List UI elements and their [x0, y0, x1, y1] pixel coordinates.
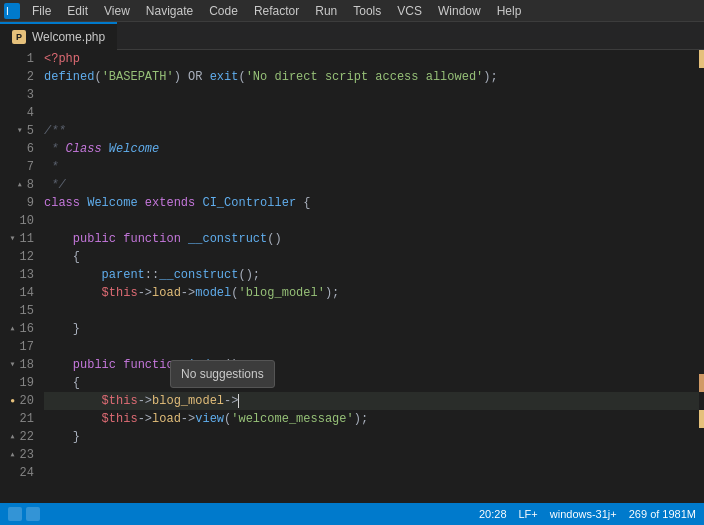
- autocomplete-tooltip: No suggestions: [170, 360, 275, 388]
- code-line-7: *: [44, 158, 704, 176]
- gutter-line-2: 2: [0, 68, 34, 86]
- gutter-line-22: ▴22: [0, 428, 34, 446]
- code-line-23: [44, 446, 704, 464]
- code-line-13: parent::__construct();: [44, 266, 704, 284]
- tab-filename: Welcome.php: [32, 30, 105, 44]
- gutter-line-13: 13: [0, 266, 34, 284]
- menu-help[interactable]: Help: [489, 0, 530, 22]
- tooltip-text: No suggestions: [181, 367, 264, 381]
- code-line-9: class Welcome extends CI_Controller {: [44, 194, 704, 212]
- gutter-line-10: 10: [0, 212, 34, 230]
- menu-vcs[interactable]: VCS: [389, 0, 430, 22]
- svg-rect-2: [8, 507, 22, 521]
- menu-refactor[interactable]: Refactor: [246, 0, 307, 22]
- menu-tools[interactable]: Tools: [345, 0, 389, 22]
- code-line-15: [44, 302, 704, 320]
- menu-edit[interactable]: Edit: [59, 0, 96, 22]
- gutter-line-8: ▴8: [0, 176, 34, 194]
- svg-rect-3: [26, 507, 40, 521]
- gutter-line-5: ▾5: [0, 122, 34, 140]
- gutter-line-18: ▾18: [0, 356, 34, 374]
- code-editor[interactable]: <?php defined('BASEPATH') OR exit('No di…: [40, 50, 704, 503]
- code-line-18: public function index(): [44, 356, 704, 374]
- code-line-8: */: [44, 176, 704, 194]
- menu-view[interactable]: View: [96, 0, 138, 22]
- code-line-19: {: [44, 374, 704, 392]
- gutter-line-24: 24: [0, 464, 34, 482]
- code-line-5: /**: [44, 122, 704, 140]
- code-line-4: [44, 104, 704, 122]
- code-line-2: defined('BASEPATH') OR exit('No direct s…: [44, 68, 704, 86]
- tab-welcome-php[interactable]: P Welcome.php: [0, 22, 117, 50]
- gutter-line-15: 15: [0, 302, 34, 320]
- editor-container: 1 2 3 4 ▾5 6 7 ▴8 9 10 ▾11 12 13 14 15 ▴…: [0, 50, 704, 503]
- menu-window[interactable]: Window: [430, 0, 489, 22]
- gutter-line-3: 3: [0, 86, 34, 104]
- code-line-22: }: [44, 428, 704, 446]
- gutter-line-17: 17: [0, 338, 34, 356]
- terminal-icon: [8, 507, 22, 521]
- gutter-line-21: 21: [0, 410, 34, 428]
- code-line-11: public function __construct(): [44, 230, 704, 248]
- gutter-line-11: ▾11: [0, 230, 34, 248]
- code-line-6: * Class Welcome: [44, 140, 704, 158]
- menu-bar: I File Edit View Navigate Code Refactor …: [0, 0, 704, 22]
- status-icons: [8, 507, 40, 521]
- gutter-line-16: ▴16: [0, 320, 34, 338]
- gutter-line-4: 4: [0, 104, 34, 122]
- menu-file[interactable]: File: [24, 0, 59, 22]
- line-number-gutter: 1 2 3 4 ▾5 6 7 ▴8 9 10 ▾11 12 13 14 15 ▴…: [0, 50, 40, 503]
- line-ending: LF+: [519, 508, 538, 520]
- gutter-line-6: 6: [0, 140, 34, 158]
- memory-usage: 269 of 1981M: [629, 508, 696, 520]
- code-line-12: {: [44, 248, 704, 266]
- gutter-line-9: 9: [0, 194, 34, 212]
- app-logo: I: [2, 1, 22, 21]
- gutter-line-14: 14: [0, 284, 34, 302]
- menu-navigate[interactable]: Navigate: [138, 0, 201, 22]
- code-line-14: $this->load->model('blog_model');: [44, 284, 704, 302]
- encoding: windows-31j+: [550, 508, 617, 520]
- code-line-16: }: [44, 320, 704, 338]
- editor[interactable]: 1 2 3 4 ▾5 6 7 ▴8 9 10 ▾11 12 13 14 15 ▴…: [0, 50, 704, 503]
- status-bar: 20:28 LF+ windows-31j+ 269 of 1981M: [0, 503, 704, 525]
- gutter-line-7: 7: [0, 158, 34, 176]
- svg-text:I: I: [6, 6, 9, 17]
- menu-run[interactable]: Run: [307, 0, 345, 22]
- gutter-line-20: ●20: [0, 392, 34, 410]
- code-line-1: <?php: [44, 50, 704, 68]
- gutter-line-19: 19: [0, 374, 34, 392]
- code-line-10: [44, 212, 704, 230]
- tab-bar: P Welcome.php: [0, 22, 704, 50]
- code-line-17: [44, 338, 704, 356]
- code-line-20: $this->blog_model->: [44, 392, 704, 410]
- gutter-line-23: ▴23: [0, 446, 34, 464]
- tab-file-icon: P: [12, 30, 26, 44]
- status-left: [8, 507, 40, 521]
- code-line-24: [44, 464, 704, 482]
- gutter-line-1: 1: [0, 50, 34, 68]
- code-line-3: [44, 86, 704, 104]
- code-line-21: $this->load->view('welcome_message');: [44, 410, 704, 428]
- cursor-position: 20:28: [479, 508, 507, 520]
- menu-code[interactable]: Code: [201, 0, 246, 22]
- event-log-icon: [26, 507, 40, 521]
- gutter-line-12: 12: [0, 248, 34, 266]
